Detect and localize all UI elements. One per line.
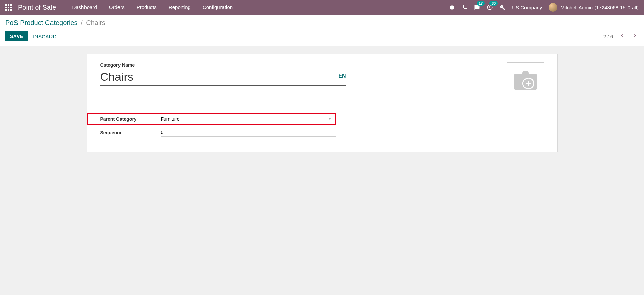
language-button[interactable]: EN	[338, 73, 346, 82]
user-name: Mitchell Admin (17248068-15-0-all)	[560, 5, 639, 10]
company-selector[interactable]: US Company	[512, 5, 542, 10]
sequence-input[interactable]	[161, 128, 336, 137]
parent-category-input[interactable]	[161, 115, 333, 123]
sequence-row: Sequence	[100, 126, 336, 139]
activities-badge: 30	[489, 1, 498, 6]
activities-icon[interactable]: 30	[487, 4, 493, 10]
nav-menu-products[interactable]: Products	[131, 0, 163, 15]
form-fields: Parent Category ▼ Sequence	[100, 113, 336, 139]
breadcrumb-parent[interactable]: PoS Product Categories	[5, 19, 78, 26]
apps-icon[interactable]	[5, 4, 12, 11]
pager: 2 / 6	[603, 32, 639, 41]
control-panel: PoS Product Categories / Chairs SAVE DIS…	[0, 15, 644, 46]
breadcrumb-current: Chairs	[86, 19, 105, 26]
category-name-input[interactable]	[100, 70, 332, 85]
title-section: Category Name EN	[100, 62, 544, 99]
title-input-row: EN	[100, 70, 346, 86]
navbar-left: Point of Sale Dashboard Orders Products …	[5, 0, 239, 15]
form-container: Category Name EN Parent Category	[0, 46, 644, 160]
app-title[interactable]: Point of Sale	[18, 4, 56, 11]
main-navbar: Point of Sale Dashboard Orders Products …	[0, 0, 644, 15]
title-left: Category Name EN	[100, 62, 346, 86]
sequence-value-wrap	[161, 128, 336, 137]
control-buttons: SAVE DISCARD 2 / 6	[5, 31, 639, 41]
left-buttons: SAVE DISCARD	[5, 31, 57, 41]
pager-value[interactable]: 2 / 6	[603, 34, 613, 39]
messaging-badge: 17	[477, 1, 485, 6]
parent-category-value-wrap: ▼	[161, 115, 333, 123]
parent-category-label: Parent Category	[100, 116, 161, 122]
nav-menu-orders[interactable]: Orders	[103, 0, 131, 15]
breadcrumb: PoS Product Categories / Chairs	[5, 19, 639, 27]
nav-menu: Dashboard Orders Products Reporting Conf…	[66, 0, 239, 15]
tools-icon[interactable]	[500, 5, 505, 10]
user-menu[interactable]: Mitchell Admin (17248068-15-0-all)	[549, 3, 639, 12]
breadcrumb-separator: /	[81, 19, 83, 26]
category-name-label: Category Name	[100, 62, 346, 68]
save-button[interactable]: SAVE	[5, 31, 28, 41]
nav-menu-dashboard[interactable]: Dashboard	[66, 0, 103, 15]
debug-icon[interactable]	[449, 4, 455, 10]
form-sheet: Category Name EN Parent Category	[87, 54, 558, 152]
pager-next[interactable]	[631, 32, 639, 41]
phone-icon[interactable]	[462, 5, 467, 10]
image-upload[interactable]	[507, 62, 544, 99]
navbar-right: 17 30 US Company Mitchell Admin (1724806…	[449, 3, 639, 12]
parent-category-row: Parent Category ▼	[87, 113, 336, 125]
avatar	[549, 3, 557, 12]
discard-button[interactable]: DISCARD	[33, 34, 57, 39]
messaging-icon[interactable]: 17	[474, 4, 480, 10]
pager-prev[interactable]	[618, 32, 626, 41]
sequence-label: Sequence	[100, 130, 161, 135]
nav-menu-configuration[interactable]: Configuration	[197, 0, 239, 15]
nav-menu-reporting[interactable]: Reporting	[163, 0, 197, 15]
